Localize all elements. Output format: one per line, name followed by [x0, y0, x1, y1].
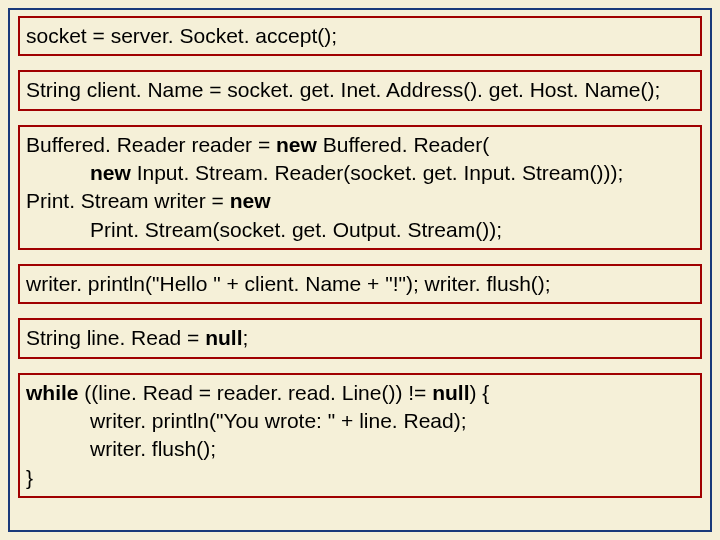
code-text: Buffered. Reader reader = — [26, 133, 276, 156]
keyword-new: new — [90, 161, 131, 184]
code-line: while ((line. Read = reader. read. Line(… — [26, 379, 694, 407]
keyword-null: null — [432, 381, 469, 404]
code-text: writer. flush(); — [90, 437, 216, 460]
code-block-1: socket = server. Socket. accept(); — [18, 16, 702, 56]
code-line: socket = server. Socket. accept(); — [26, 22, 694, 50]
code-line: writer. println("You wrote: " + line. Re… — [26, 407, 694, 435]
code-text: ; — [243, 326, 249, 349]
keyword-null: null — [205, 326, 242, 349]
code-line: String client. Name = socket. get. Inet.… — [26, 76, 694, 104]
code-line: writer. println("Hello " + client. Name … — [26, 270, 694, 298]
code-text: Print. Stream writer = — [26, 189, 230, 212]
code-text: String line. Read = — [26, 326, 205, 349]
code-text: writer. println("You wrote: " + line. Re… — [90, 409, 467, 432]
code-text: } — [26, 466, 33, 489]
code-line: Print. Stream(socket. get. Output. Strea… — [26, 216, 694, 244]
code-line: String line. Read = null; — [26, 324, 694, 352]
keyword-new: new — [230, 189, 271, 212]
code-line: Buffered. Reader reader = new Buffered. … — [26, 131, 694, 159]
code-block-3: Buffered. Reader reader = new Buffered. … — [18, 125, 702, 250]
code-text: Print. Stream(socket. get. Output. Strea… — [90, 218, 502, 241]
code-text: ((line. Read = reader. read. Line()) != — [79, 381, 433, 404]
code-line: writer. flush(); — [26, 435, 694, 463]
keyword-while: while — [26, 381, 79, 404]
keyword-new: new — [276, 133, 317, 156]
code-text: ) { — [470, 381, 490, 404]
code-text: Buffered. Reader( — [317, 133, 489, 156]
code-block-5: String line. Read = null; — [18, 318, 702, 358]
code-line: } — [26, 464, 694, 492]
code-line: Print. Stream writer = new — [26, 187, 694, 215]
code-line: new Input. Stream. Reader(socket. get. I… — [26, 159, 694, 187]
slide-frame: socket = server. Socket. accept(); Strin… — [8, 8, 712, 532]
code-text: Input. Stream. Reader(socket. get. Input… — [131, 161, 624, 184]
code-block-6: while ((line. Read = reader. read. Line(… — [18, 373, 702, 498]
code-block-2: String client. Name = socket. get. Inet.… — [18, 70, 702, 110]
code-block-4: writer. println("Hello " + client. Name … — [18, 264, 702, 304]
